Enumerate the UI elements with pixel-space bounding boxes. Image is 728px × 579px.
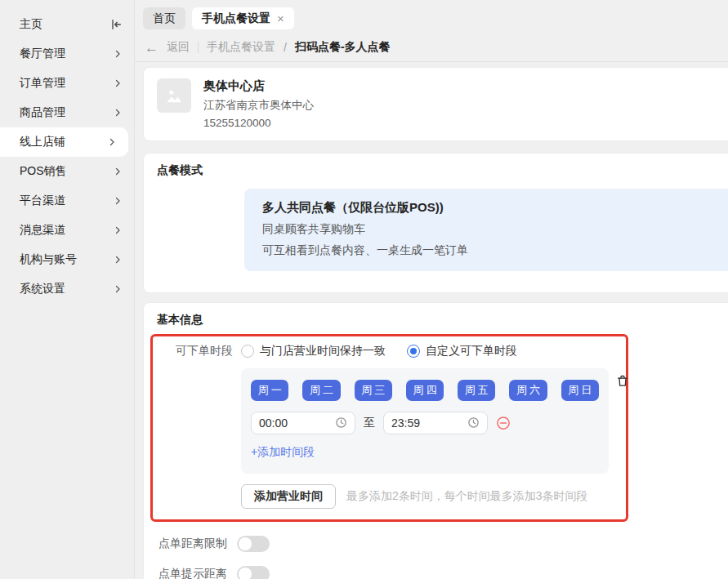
order-time-radio-group: 与门店营业时间保持一致 自定义可下单时段	[241, 344, 517, 359]
custom-time-panel: 周一 周二 周三 周四 周五 周六 周日	[241, 368, 609, 474]
tab-home[interactable]: 首页	[143, 7, 185, 29]
store-address: 江苏省南京市奥体中心	[203, 98, 314, 113]
close-tab-icon[interactable]: ×	[277, 11, 284, 25]
chevron-right-icon	[113, 284, 123, 294]
weekday-button-mon[interactable]: 周一	[251, 380, 288, 401]
multi-person-mode-box[interactable]: 多人共同点餐（仅限台位版POS)) 同桌顾客共享购物车 可互相看到点餐内容、一桌…	[244, 189, 728, 271]
basic-info-card: 基本信息 可下单时段 与门店营业时间保持一致 自定义可下单时段	[143, 302, 728, 579]
distance-limit-toggle[interactable]	[237, 536, 270, 552]
collapse-sidebar-icon[interactable]	[109, 18, 123, 31]
order-mode-card: 点餐模式 多人共同点餐（仅限台位版POS)) 同桌顾客共享购物车 可互相看到点餐…	[143, 153, 728, 293]
weekday-button-fri[interactable]: 周五	[458, 380, 495, 401]
weekday-button-wed[interactable]: 周三	[355, 380, 392, 401]
distance-hint-label: 点单提示距离	[157, 567, 227, 579]
mode-box-line2: 可互相看到点餐内容、一桌生成一笔订单	[262, 243, 728, 258]
add-time-hint-text: 最多添加2条时间，每个时间最多添加3条时间段	[346, 489, 588, 504]
sidebar: 主页 餐厅管理 订单管理 商品管理 线上店铺 POS销售 平台渠道	[0, 0, 135, 579]
breadcrumb-current: 扫码点餐-多人点餐	[295, 40, 391, 55]
store-info-text: 奥体中心店 江苏省南京市奥体中心 15255120000	[203, 78, 314, 129]
sidebar-item-label: 主页	[20, 17, 42, 32]
annotation-highlight-box: 可下单时段 与门店营业时间保持一致 自定义可下单时段	[150, 334, 628, 522]
breadcrumb: ← 返回 手机点餐设置 / 扫码点餐-多人点餐	[135, 34, 728, 62]
distance-hint-row: 点单提示距离	[157, 566, 728, 579]
start-time-input[interactable]: 00:00	[251, 412, 355, 434]
sidebar-item-label: 订单管理	[20, 76, 65, 91]
sidebar-item-product-mgmt[interactable]: 商品管理	[0, 98, 134, 127]
chevron-right-icon	[113, 255, 123, 265]
sidebar-item-home[interactable]: 主页	[0, 10, 134, 39]
remove-period-minus-icon[interactable]	[496, 416, 511, 430]
weekday-button-sat[interactable]: 周六	[509, 380, 547, 401]
radio-label: 与门店营业时间保持一致	[260, 344, 386, 359]
weekday-button-row: 周一 周二 周三 周四 周五 周六 周日	[251, 380, 599, 401]
breadcrumb-parent[interactable]: 手机点餐设置	[207, 40, 275, 55]
section-title-basic-info: 基本信息	[157, 313, 728, 327]
sidebar-item-label: 商品管理	[20, 105, 65, 120]
breadcrumb-separator: /	[284, 41, 287, 54]
back-link[interactable]: 返回	[167, 40, 190, 55]
store-phone: 15255120000	[203, 117, 314, 129]
tab-mobile-ordering-settings[interactable]: 手机点餐设置 ×	[192, 7, 294, 29]
sidebar-item-label: POS销售	[20, 164, 67, 179]
radio-label: 自定义可下单时段	[426, 344, 517, 359]
store-info-card: 奥体中心店 江苏省南京市奥体中心 15255120000	[143, 67, 728, 141]
mode-box-title: 多人共同点餐（仅限台位版POS))	[262, 200, 728, 216]
section-title-order-mode: 点餐模式	[157, 163, 728, 178]
sidebar-item-message-channel[interactable]: 消息渠道	[0, 216, 134, 245]
breadcrumb-divider	[198, 42, 199, 53]
radio-selected-icon[interactable]	[407, 345, 420, 358]
store-name: 奥体中心店	[203, 78, 314, 94]
sidebar-item-order-mgmt[interactable]: 订单管理	[0, 69, 134, 98]
weekday-button-tue[interactable]: 周二	[302, 380, 340, 401]
sidebar-item-system-settings[interactable]: 系统设置	[0, 274, 134, 304]
app-window: 主页 餐厅管理 订单管理 商品管理 线上店铺 POS销售 平台渠道	[0, 0, 728, 579]
end-time-value: 23:59	[391, 416, 420, 430]
chevron-right-icon	[113, 108, 123, 118]
back-arrow-icon[interactable]: ←	[145, 41, 159, 55]
weekday-button-sun[interactable]: 周日	[561, 380, 599, 401]
weekday-button-thu[interactable]: 周四	[406, 380, 444, 401]
distance-hint-toggle[interactable]	[237, 566, 270, 579]
clock-icon	[467, 416, 480, 429]
sidebar-item-label: 平台渠道	[20, 194, 65, 208]
time-range-row: 00:00 至 23:59	[251, 412, 599, 434]
tab-label: 手机点餐设置	[202, 11, 270, 26]
radio-option-follow-store-hours[interactable]: 与门店营业时间保持一致	[241, 344, 386, 359]
to-label: 至	[364, 416, 375, 430]
chevron-right-icon	[113, 196, 123, 206]
sidebar-item-online-store[interactable]: 线上店铺	[0, 127, 128, 157]
chevron-right-icon	[113, 78, 123, 88]
mode-box-line1: 同桌顾客共享购物车	[262, 222, 728, 237]
chevron-right-icon	[113, 49, 123, 59]
end-time-input[interactable]: 23:59	[383, 412, 488, 434]
chevron-right-icon	[107, 137, 117, 147]
sidebar-item-label: 线上店铺	[20, 135, 65, 149]
store-image-placeholder-icon	[157, 78, 191, 113]
delete-trash-icon[interactable]	[616, 374, 629, 388]
start-time-value: 00:00	[259, 416, 288, 430]
sidebar-item-label: 机构与账号	[20, 252, 77, 267]
sidebar-item-label: 系统设置	[20, 282, 65, 296]
tab-label: 首页	[153, 11, 176, 26]
order-time-label: 可下单时段	[163, 344, 233, 359]
clock-icon	[335, 416, 347, 429]
sidebar-item-label: 餐厅管理	[20, 47, 65, 61]
radio-option-custom-period[interactable]: 自定义可下单时段	[407, 344, 517, 359]
sidebar-item-platform-channel[interactable]: 平台渠道	[0, 186, 134, 216]
order-time-row: 可下单时段 与门店营业时间保持一致 自定义可下单时段	[163, 344, 616, 359]
sidebar-item-pos-sales[interactable]: POS销售	[0, 157, 134, 186]
add-period-link[interactable]: +添加时间段	[251, 445, 315, 460]
page-content: 奥体中心店 江苏省南京市奥体中心 15255120000 点餐模式 多人共同点餐…	[135, 62, 728, 579]
main-area: 首页 手机点餐设置 × ← 返回 手机点餐设置 / 扫码点餐-多人点餐 奥体中心…	[135, 0, 728, 579]
add-business-time-button[interactable]: 添加营业时间	[241, 484, 336, 509]
sidebar-item-label: 消息渠道	[20, 223, 65, 238]
chevron-right-icon	[113, 167, 123, 176]
sidebar-item-org-account[interactable]: 机构与账号	[0, 245, 134, 274]
distance-limit-label: 点单距离限制	[157, 537, 227, 551]
tab-bar: 首页 手机点餐设置 ×	[135, 0, 728, 34]
sidebar-item-restaurant-mgmt[interactable]: 餐厅管理	[0, 39, 134, 69]
chevron-right-icon	[113, 225, 123, 235]
radio-unselected-icon[interactable]	[241, 345, 254, 358]
distance-limit-row: 点单距离限制	[157, 536, 728, 552]
add-business-time-row: 添加营业时间 最多添加2条时间，每个时间最多添加3条时间段	[241, 484, 616, 509]
